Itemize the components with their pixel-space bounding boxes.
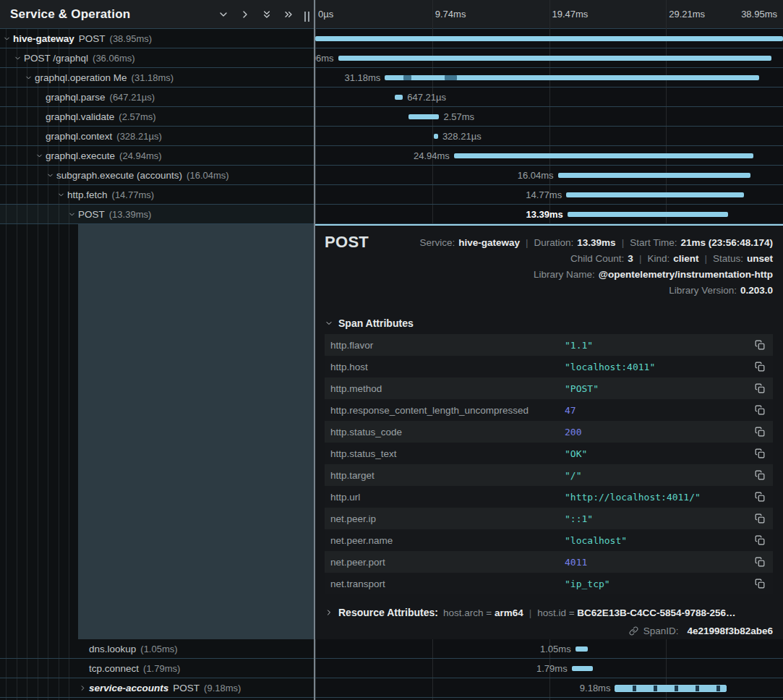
span-bar[interactable] — [568, 212, 728, 217]
chevron-right-icon — [325, 608, 333, 617]
chevron-down-icon[interactable] — [25, 73, 35, 82]
tree-row[interactable]: graphql.validate(2.57ms) — [0, 107, 314, 127]
timeline-tick-labels: 0µs9.74ms19.47ms29.21ms38.95ms — [315, 0, 783, 29]
tree-row[interactable]: hive-gatewayPOST(38.95ms) — [0, 29, 314, 48]
tick-label: 9.74ms — [435, 9, 466, 20]
resource-equals: = — [483, 607, 494, 618]
meta-separator: | — [622, 237, 625, 248]
copy-icon[interactable] — [747, 513, 773, 524]
duration-label: (647.21µs) — [110, 92, 155, 103]
tree-row[interactable]: http.fetch(14.77ms) — [0, 185, 314, 205]
copy-icon[interactable] — [747, 427, 773, 437]
resource-equals: = — [566, 607, 577, 618]
span-bar[interactable] — [572, 666, 594, 671]
bar-duration-label: 36.06ms — [315, 53, 334, 64]
copy-icon[interactable] — [747, 579, 773, 589]
copy-icon[interactable] — [747, 535, 773, 545]
timeline-row[interactable]: 1.05ms — [315, 639, 783, 659]
timeline-row[interactable]: 328.21µs — [315, 127, 783, 146]
link-icon[interactable] — [629, 626, 638, 636]
span-bar[interactable] — [395, 95, 403, 100]
timeline-row[interactable]: 38.95ms — [315, 29, 783, 48]
chevron-down-icon[interactable] — [218, 9, 229, 20]
resource-value: BC62E13B-C4CC-5854-9788-256… — [577, 607, 735, 618]
span-bar[interactable] — [454, 153, 753, 158]
span-attributes-header[interactable]: Span Attributes — [325, 317, 414, 329]
timeline-row[interactable]: 31.18ms — [315, 68, 783, 88]
chevron-down-icon[interactable] — [14, 54, 24, 62]
panel-resize-handle[interactable] — [304, 12, 309, 22]
tree-row[interactable]: POST /graphql(36.06ms) — [0, 48, 314, 68]
tree-row[interactable]: graphql.execute(24.94ms) — [0, 146, 314, 166]
copy-icon[interactable] — [747, 383, 773, 393]
tree-row[interactable]: graphql.operation Me(31.18ms) — [0, 68, 314, 88]
span-bar[interactable] — [615, 685, 726, 692]
service-name: service-accounts — [89, 683, 168, 693]
meta-value: unset — [747, 253, 773, 264]
copy-icon[interactable] — [747, 557, 773, 567]
chevron-down-icon[interactable] — [68, 210, 78, 218]
span-bar[interactable] — [558, 173, 750, 178]
duration-label: (2.57ms) — [119, 111, 155, 122]
tree-row[interactable]: service-accountsPOST(9.18ms) — [0, 678, 314, 698]
copy-icon[interactable] — [747, 362, 773, 372]
operation-name: graphql.execute — [46, 150, 115, 161]
chevron-right-icon[interactable] — [79, 683, 89, 692]
chevron-down-icon[interactable] — [3, 34, 13, 43]
timeline-row[interactable]: 36.06ms — [315, 48, 783, 68]
meta-line-kind: Child Count:3|Kind:client|Status:unset — [419, 251, 773, 267]
trace-viewer: Service & Operation hive-gatewayPOST(38.… — [0, 0, 783, 700]
span-bar[interactable] — [434, 134, 437, 139]
expand-all-icon[interactable] — [283, 9, 294, 20]
timeline-row[interactable]: 13.39ms — [315, 205, 783, 224]
attribute-row: http.host"localhost:4011" — [325, 356, 773, 377]
span-bar[interactable] — [315, 36, 783, 41]
span-bar[interactable] — [408, 114, 440, 119]
copy-icon[interactable] — [747, 492, 773, 502]
tree-row[interactable]: POST(13.39ms) — [0, 205, 314, 224]
chevron-down-icon[interactable] — [57, 190, 67, 199]
attribute-value: "POST" — [565, 383, 747, 394]
tree-row[interactable]: graphql.parse(647.21µs) — [0, 88, 314, 107]
timeline-row[interactable]: 9.18ms — [315, 678, 783, 698]
resource-attributes-row[interactable]: Resource Attributes: host.arch = arm64|h… — [325, 607, 735, 618]
timeline-row[interactable]: 2.57ms — [315, 107, 783, 127]
tree-row[interactable]: subgraph.execute (accounts)(16.04ms) — [0, 166, 314, 185]
expander-spacer — [79, 644, 89, 653]
meta-label: Status: — [713, 253, 743, 264]
panel-divider[interactable] — [314, 0, 315, 700]
duration-label: (14.77ms) — [112, 189, 155, 200]
meta-line-service: Service:hive-gateway|Duration:13.39ms|St… — [419, 235, 773, 251]
chevron-right-icon[interactable] — [239, 9, 251, 20]
span-tree-panel: Service & Operation hive-gatewayPOST(38.… — [0, 0, 314, 700]
copy-icon[interactable] — [747, 470, 773, 480]
timeline-rows-top: 38.95ms36.06ms31.18ms647.21µs2.57ms328.2… — [315, 29, 783, 224]
copy-icon[interactable] — [747, 448, 773, 458]
collapse-all-icon[interactable] — [261, 9, 273, 20]
copy-icon[interactable] — [747, 405, 773, 415]
tree-row[interactable]: dns.lookup(1.05ms) — [0, 639, 314, 659]
attribute-key: http.target — [325, 470, 565, 481]
timeline-row[interactable]: 1.79ms — [315, 659, 783, 678]
timeline-row[interactable]: 14.77ms — [315, 185, 783, 205]
span-bar[interactable] — [566, 192, 743, 197]
tree-row[interactable]: tcp.connect(1.79ms) — [0, 659, 314, 678]
tree-row[interactable]: graphql.context(328.21µs) — [0, 127, 314, 146]
attribute-key: http.response_content_length_uncompresse… — [325, 405, 565, 416]
chevron-down-icon[interactable] — [46, 171, 56, 179]
copy-icon[interactable] — [747, 340, 773, 350]
chevron-down-icon[interactable] — [35, 151, 46, 160]
meta-value: hive-gateway — [458, 237, 520, 248]
operation-name: POST — [79, 33, 106, 44]
span-bar[interactable] — [338, 56, 771, 61]
timeline-row[interactable]: 647.21µs — [315, 88, 783, 107]
expander-spacer — [35, 112, 46, 121]
attribute-row: http.status_text"OK" — [325, 443, 773, 464]
timeline-row[interactable]: 16.04ms — [315, 166, 783, 185]
span-bar[interactable] — [576, 646, 588, 652]
timeline-row[interactable]: 24.94ms — [315, 146, 783, 166]
span-bar[interactable] — [385, 75, 759, 80]
tick-label: 29.21ms — [669, 9, 705, 20]
attribute-value: "OK" — [565, 448, 747, 459]
span-id-label: SpanID: — [643, 626, 679, 636]
